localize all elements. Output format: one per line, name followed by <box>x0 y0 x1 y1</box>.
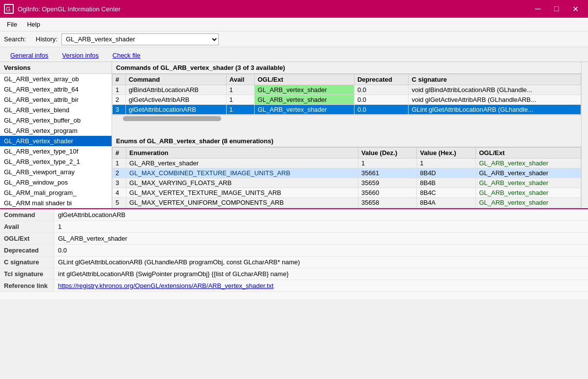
maximize-button[interactable]: □ <box>548 1 565 16</box>
table-cell: 3 <box>113 105 126 115</box>
version-item[interactable]: GL_ARB_vertex_program <box>0 126 112 136</box>
svg-text:G: G <box>6 6 10 13</box>
commands-title: Commands of GL_ARB_vertex_shader (3 of 3… <box>112 62 581 74</box>
detail-csig-value: GLint glGetAttribLocationARB (GLhandleAR… <box>54 256 588 268</box>
table-cell: 1 <box>226 95 254 105</box>
table-cell: 0.0 <box>354 85 409 95</box>
table-cell: 8B4A <box>417 197 476 207</box>
table-row[interactable]: 3glGetAttribLocationARB1GL_ARB_vertex_sh… <box>113 105 581 115</box>
history-dropdown[interactable]: GL_ARB_vertex_shader <box>61 33 219 45</box>
version-item[interactable]: GL_ARB_vertex_attrib_64 <box>0 84 112 95</box>
commands-table: #CommandAvailOGL/ExtDeprecatedC signatur… <box>112 74 581 115</box>
enums-col-header: Enumeration <box>126 147 358 158</box>
version-item[interactable]: GL_ARM mali shader bi <box>0 198 112 208</box>
tab-check-file[interactable]: Check file <box>106 49 147 62</box>
version-item[interactable]: GL_ARB_vertex_blend <box>0 105 112 115</box>
version-item[interactable]: GL_ARB_vertex_shader <box>0 136 112 146</box>
version-item[interactable]: GL_ARB_vertex_attrib_bir <box>0 95 112 105</box>
detail-panel: Command glGetAttribLocationARB Avail 1 O… <box>0 208 588 299</box>
minimize-button[interactable]: ─ <box>529 1 547 16</box>
table-cell: glBindAttribLocationARB <box>125 85 226 95</box>
history-label: History: <box>36 35 58 43</box>
detail-avail-row: Avail 1 <box>0 221 588 233</box>
table-cell: GL_ARB_vertex_shader <box>476 188 581 197</box>
detail-csig-row: C signature GLint glGetAttribLocationARB… <box>0 256 588 268</box>
table-cell: 35661 <box>358 168 417 178</box>
detail-reflink-row: Reference link https://registry.khronos.… <box>0 280 588 292</box>
table-cell: 2 <box>113 95 126 105</box>
detail-oglext-value: GL_ARB_vertex_shader <box>54 233 588 244</box>
search-bar: Search: History: GL_ARB_vertex_shader <box>0 32 588 47</box>
enums-area: Enums of GL_ARB_vertex_shader (8 enumera… <box>112 135 581 209</box>
detail-deprecated-row: Deprecated 0.0 <box>0 245 588 256</box>
version-item[interactable]: GL_ARB_window_pos <box>0 177 112 188</box>
version-item[interactable]: GL_ARB_viewport_array <box>0 167 112 177</box>
version-item[interactable]: GL_ARB_vertex_buffer_ob <box>0 115 112 126</box>
table-cell: 1 <box>226 105 254 115</box>
menu-help[interactable]: Help <box>22 19 45 30</box>
tab-general-infos[interactable]: General infos <box>4 49 55 62</box>
detail-command-row: Command glGetAttribLocationARB <box>0 209 588 221</box>
table-row[interactable]: 4GL_MAX_VERTEX_TEXTURE_IMAGE_UNITS_ARB35… <box>113 188 581 197</box>
detail-command-value: glGetAttribLocationARB <box>54 209 588 221</box>
commands-col-header: Deprecated <box>354 74 409 85</box>
table-cell: 2 <box>113 168 126 178</box>
enums-title: Enums of GL_ARB_vertex_shader (8 enumera… <box>112 135 581 147</box>
table-cell: GL_ARB_vertex_shader <box>476 197 581 207</box>
detail-avail-value: 1 <box>54 221 588 232</box>
enums-table: #EnumerationValue (Dez.)Value (Hex.)OGL/… <box>112 147 581 208</box>
detail-reflink-value[interactable]: https://registry.khronos.org/OpenGL/exte… <box>54 280 588 291</box>
table-cell: GL_MAX_VARYING_FLOATS_ARB <box>126 178 358 188</box>
table-cell: glGetAttribLocationARB <box>125 105 226 115</box>
title-bar-left: G OglInfo: OpenGL Information Center <box>4 4 120 14</box>
detail-tclsig-label: Tcl signature <box>0 268 54 280</box>
version-item[interactable]: GL_ARB_vertex_type_2_1 <box>0 157 112 167</box>
table-row[interactable]: 2GL_MAX_COMBINED_TEXTURE_IMAGE_UNITS_ARB… <box>113 168 581 178</box>
enums-table-wrap[interactable]: #EnumerationValue (Dez.)Value (Hex.)OGL/… <box>112 147 581 209</box>
table-row[interactable]: 1GL_ARB_vertex_shader11GL_ARB_vertex_sha… <box>113 158 581 168</box>
table-cell: GL_MAX_VERTEX_TEXTURE_IMAGE_UNITS_ARB <box>126 188 358 197</box>
detail-avail-label: Avail <box>0 221 54 232</box>
table-cell: 8B4C <box>417 188 476 197</box>
menu-bar: File Help <box>0 18 588 32</box>
commands-col-header: Command <box>125 74 226 85</box>
table-cell: 5 <box>113 197 126 207</box>
tab-version-infos[interactable]: Version infos <box>56 49 105 62</box>
title-bar: G OglInfo: OpenGL Information Center ─ □… <box>0 0 588 18</box>
table-row[interactable]: 3GL_MAX_VARYING_FLOATS_ARB356598B4BGL_AR… <box>113 178 581 188</box>
table-row[interactable]: 1glBindAttribLocationARB1GL_ARB_vertex_s… <box>113 85 581 95</box>
commands-scrollbar-thumb <box>123 116 221 121</box>
detail-command-label: Command <box>0 209 54 221</box>
table-row[interactable]: 2glGetActiveAttribARB1GL_ARB_vertex_shad… <box>113 95 581 105</box>
table-cell: GL_ARB_vertex_shader <box>126 158 358 168</box>
table-cell: 1 <box>113 85 126 95</box>
commands-col-header: OGL/Ext <box>254 74 354 85</box>
window-controls: ─ □ ✕ <box>529 1 584 16</box>
versions-list[interactable]: GL_ARB_vertex_array_obGL_ARB_vertex_attr… <box>0 74 112 208</box>
right-scrollbar[interactable] <box>581 62 588 208</box>
table-row[interactable]: 5GL_MAX_VERTEX_UNIFORM_COMPONENTS_ARB356… <box>113 197 581 207</box>
versions-panel: Versions GL_ARB_vertex_array_obGL_ARB_ve… <box>0 62 112 208</box>
enums-col-header: # <box>113 147 126 158</box>
version-item[interactable]: GL_ARM_mali_program_ <box>0 188 112 198</box>
version-item[interactable]: GL_ARB_vertex_type_10f <box>0 146 112 157</box>
close-button[interactable]: ✕ <box>566 1 584 16</box>
table-cell: GL_ARB_vertex_shader <box>476 158 581 168</box>
commands-table-wrap[interactable]: #CommandAvailOGL/ExtDeprecatedC signatur… <box>112 74 581 115</box>
table-cell: 35658 <box>358 197 417 207</box>
search-label: Search: <box>4 35 26 43</box>
enums-col-header: Value (Dez.) <box>358 147 417 158</box>
commands-col-header: C signature <box>409 74 581 85</box>
commands-scrollbar[interactable] <box>112 115 581 122</box>
table-cell: glGetActiveAttribARB <box>125 95 226 105</box>
table-cell: void glBindAttribLocationARB (GLhandle..… <box>409 85 581 95</box>
table-cell: GL_ARB_vertex_shader <box>254 105 354 115</box>
version-item[interactable]: GL_ARB_vertex_array_ob <box>0 74 112 84</box>
table-cell: 4 <box>113 188 126 197</box>
table-cell: 1 <box>113 158 126 168</box>
tab-bar: General infos Version infos Check file <box>0 47 588 62</box>
table-cell: 8B4D <box>417 168 476 178</box>
table-cell: 35659 <box>358 178 417 188</box>
detail-deprecated-value: 0.0 <box>54 245 588 256</box>
menu-file[interactable]: File <box>2 19 22 30</box>
